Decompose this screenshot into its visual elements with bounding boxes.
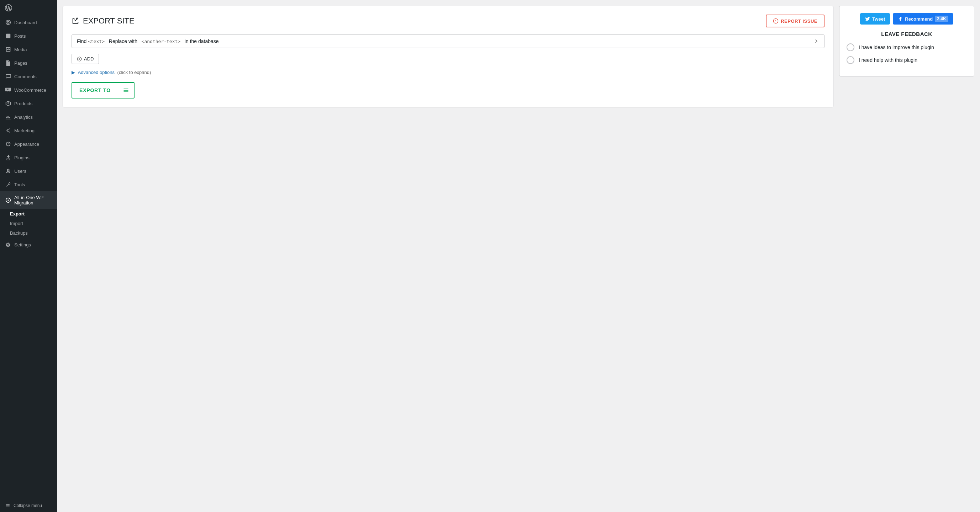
- sidebar-item-label: Tools: [14, 182, 25, 187]
- sidebar-item-products[interactable]: Products: [0, 97, 57, 110]
- sidebar-item-label: Users: [14, 168, 26, 174]
- sidebar-item-dashboard[interactable]: Dashboard: [0, 16, 57, 29]
- triangle-icon: ▶: [72, 70, 75, 75]
- add-label: ADD: [84, 56, 94, 62]
- sidebar-item-label: Settings: [14, 242, 31, 247]
- find-prefix: Find: [77, 38, 86, 44]
- sidebar-item-label: Analytics: [14, 114, 33, 120]
- sidebar-item-plugins[interactable]: Plugins: [0, 151, 57, 164]
- sidebar-item-comments[interactable]: Comments: [0, 70, 57, 83]
- panel-header: EXPORT SITE REPORT ISSUE: [72, 14, 824, 27]
- sidebar-sub-import[interactable]: Import: [0, 219, 57, 228]
- replace-code-tag: <another-text>: [142, 39, 181, 44]
- sidebar-item-users[interactable]: Users: [0, 164, 57, 178]
- social-buttons: Tweet Recommend 2.4K: [846, 13, 967, 25]
- suffix-text: in the database: [185, 38, 219, 44]
- report-issue-label: REPORT ISSUE: [781, 19, 818, 24]
- sidebar-item-woocommerce[interactable]: WooCommerce: [0, 83, 57, 97]
- recommend-label: Recommend: [905, 16, 933, 22]
- sidebar-sub-export[interactable]: Export: [0, 209, 57, 219]
- export-icon: [72, 17, 80, 25]
- collapse-menu-button[interactable]: Collapse menu: [0, 499, 57, 512]
- sidebar-item-label: WooCommerce: [14, 87, 46, 93]
- feedback-option-help-label: I need help with this plugin: [859, 57, 917, 63]
- sidebar-item-marketing[interactable]: Marketing: [0, 124, 57, 137]
- hamburger-icon: [123, 87, 129, 93]
- recommend-button[interactable]: Recommend 2.4K: [893, 13, 953, 25]
- plus-circle-icon: [77, 57, 82, 62]
- twitter-icon: [865, 16, 870, 21]
- facebook-icon: [898, 16, 903, 21]
- svg-point-1: [8, 200, 9, 201]
- export-to-button[interactable]: EXPORT TO: [72, 82, 135, 98]
- feedback-title: LEAVE FEEDBACK: [846, 31, 967, 37]
- advanced-options-label: Advanced options: [78, 70, 115, 75]
- sidebar-item-label: Posts: [14, 33, 26, 39]
- right-panel: Tweet Recommend 2.4K LEAVE FEEDBACK I ha…: [839, 6, 974, 76]
- advanced-options-link[interactable]: Advanced options: [78, 70, 116, 75]
- sidebar-item-posts[interactable]: Posts: [0, 29, 57, 43]
- add-button[interactable]: ADD: [72, 54, 99, 64]
- sidebar-item-label: Marketing: [14, 128, 35, 133]
- sidebar-item-label: Pages: [14, 60, 27, 66]
- sidebar-item-settings[interactable]: Settings: [0, 238, 57, 251]
- sidebar-item-label: Comments: [14, 74, 37, 79]
- sidebar-item-analytics[interactable]: Analytics: [0, 110, 57, 124]
- report-issue-button[interactable]: REPORT ISSUE: [766, 14, 824, 27]
- sidebar-sub-backups[interactable]: Backups: [0, 228, 57, 238]
- sidebar-item-label: Dashboard: [14, 20, 37, 25]
- find-replace-bar[interactable]: Find <text> Replace with <another-text> …: [72, 35, 824, 48]
- export-to-menu-button[interactable]: [118, 84, 134, 97]
- center-panel: EXPORT SITE REPORT ISSUE Find <text> Rep…: [63, 6, 834, 107]
- sidebar-item-label: All-in-One WP Migration: [14, 195, 52, 206]
- sidebar-item-pages[interactable]: Pages: [0, 56, 57, 70]
- tweet-label: Tweet: [872, 16, 885, 22]
- alert-circle-icon: [773, 18, 779, 24]
- sidebar-item-label: Media: [14, 47, 27, 52]
- main-content: EXPORT SITE REPORT ISSUE Find <text> Rep…: [57, 0, 980, 512]
- advanced-options-hint: (click to expand): [118, 70, 151, 75]
- panel-title: EXPORT SITE: [72, 16, 135, 25]
- sidebar-sub-label: Backups: [10, 230, 28, 236]
- sidebar-item-label: Products: [14, 101, 32, 106]
- sidebar-item-label: Plugins: [14, 155, 30, 160]
- sidebar-sub-label: Export: [10, 211, 25, 217]
- sidebar-sub-label: Import: [10, 221, 23, 226]
- find-code-tag: <text>: [88, 39, 105, 44]
- advanced-options: ▶ Advanced options (click to expand): [72, 70, 824, 75]
- sidebar-item-allinone[interactable]: All-in-One WP Migration: [0, 191, 57, 209]
- panel-title-text: EXPORT SITE: [83, 16, 135, 25]
- find-replace-text: Find <text> Replace with <another-text> …: [77, 38, 219, 44]
- wordpress-logo: [0, 0, 57, 16]
- collapse-menu-label: Collapse menu: [14, 503, 42, 508]
- feedback-radio-help[interactable]: [846, 56, 854, 64]
- sidebar-item-appearance[interactable]: Appearance: [0, 137, 57, 151]
- sidebar-item-tools[interactable]: Tools: [0, 178, 57, 191]
- sidebar-item-label: Appearance: [14, 141, 39, 147]
- replace-middle: Replace with: [109, 38, 137, 44]
- sidebar: Dashboard Posts Media Pages Comments Woo…: [0, 0, 57, 512]
- tweet-button[interactable]: Tweet: [860, 13, 890, 25]
- sidebar-item-media[interactable]: Media: [0, 43, 57, 56]
- feedback-option-ideas[interactable]: I have ideas to improve this plugin: [846, 43, 967, 51]
- feedback-option-help[interactable]: I need help with this plugin: [846, 56, 967, 64]
- chevron-right-icon: [813, 38, 819, 44]
- recommend-count: 2.4K: [935, 16, 948, 22]
- feedback-option-ideas-label: I have ideas to improve this plugin: [859, 44, 934, 50]
- feedback-radio-ideas[interactable]: [846, 43, 854, 51]
- export-to-label[interactable]: EXPORT TO: [72, 84, 118, 97]
